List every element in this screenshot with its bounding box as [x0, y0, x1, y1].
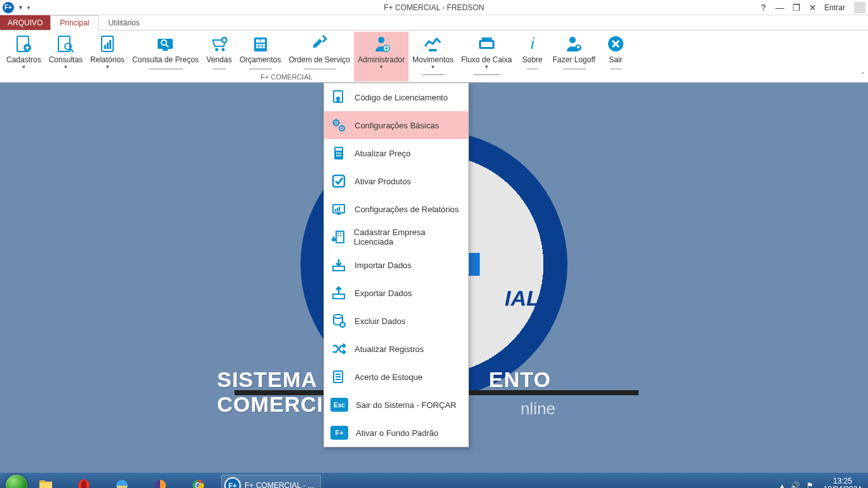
ribbon-movimentos[interactable]: Movimentos▼------------	[409, 32, 458, 81]
taskbar-opera-icon[interactable]	[69, 474, 99, 488]
svg-rect-6	[104, 45, 106, 49]
svg-rect-71	[39, 480, 45, 483]
avatar-icon[interactable]	[854, 2, 865, 13]
svg-point-50	[336, 155, 337, 156]
help-button[interactable]: ?	[758, 3, 768, 13]
chevron-down-icon: ▼	[105, 64, 110, 70]
svg-text:$: $	[259, 39, 261, 43]
start-button[interactable]	[3, 474, 31, 488]
ribbon-consultas[interactable]: Consultas▼	[45, 32, 86, 81]
ribbon-sair[interactable]: Sair------	[599, 32, 632, 81]
administrador-dropdown: Código de LicenciamentoConfigurações Bás…	[323, 83, 469, 447]
fplus-icon: F+	[330, 426, 348, 440]
tab-arquivo[interactable]: ARQUIVO	[0, 15, 50, 30]
ribbon-cadastros[interactable]: Cadastros▼	[3, 32, 45, 81]
menu-item-c-digo-de-licenciamento[interactable]: Código de Licenciamento	[324, 83, 468, 111]
svg-rect-61	[340, 233, 341, 234]
ribbon-label: Administrador	[358, 56, 405, 64]
ribbon-label: Fazer Logoff	[553, 56, 595, 64]
ribbon-vendas[interactable]: Vendas-------	[203, 32, 236, 81]
tray-action-center-icon[interactable]: ⚑	[806, 481, 813, 488]
svg-rect-63	[340, 235, 341, 236]
logo-text-fragment: IAL	[505, 286, 539, 311]
sobre-icon: i	[520, 33, 545, 55]
menu-item-configura-es-b-sicas[interactable]: Configurações Básicas	[324, 111, 468, 139]
qat-dropdown-icon-2[interactable]: ▾	[27, 4, 31, 11]
vendas-icon	[207, 33, 232, 55]
svg-point-14	[221, 48, 224, 51]
menu-item-atualizar-registros[interactable]: Atualizar Registros	[324, 335, 468, 363]
ribbon-sobre[interactable]: iSobre------	[516, 32, 549, 81]
relatorios-icon	[95, 33, 120, 55]
esc-icon: Esc	[330, 398, 348, 412]
svg-rect-8	[109, 40, 111, 49]
menu-item-sair-do-sistema-for-ar[interactable]: EscSair do Sistema - FORÇAR	[324, 391, 468, 419]
app-logo-icon: F+	[3, 2, 14, 13]
menu-item-exportar-dados[interactable]: Exportar Dados	[324, 279, 468, 307]
ribbon-label: Sair	[609, 56, 622, 64]
svg-rect-24	[262, 46, 265, 48]
minimize-button[interactable]: —	[775, 3, 785, 13]
svg-rect-66	[333, 294, 344, 299]
ribbon-fluxo-de-caixa[interactable]: Fluxo de Caixa▼--------------	[458, 32, 516, 81]
chevron-down-icon: ▼	[430, 64, 435, 70]
qat-dropdown-icon[interactable]: ▼	[18, 4, 24, 11]
restore-button[interactable]: ❐	[791, 3, 801, 13]
sair-icon	[603, 33, 628, 55]
close-button[interactable]: ✕	[808, 3, 818, 13]
svg-point-49	[340, 152, 341, 154]
tab-principal[interactable]: Principal	[50, 15, 98, 30]
svg-point-48	[338, 152, 339, 154]
menu-item-cadastrar-empresa-licenciada[interactable]: Cadastrar Empresa Licenciada	[324, 223, 468, 251]
workspace: IAL SISTEMA ENTO COMERCIAL nline Código …	[0, 83, 868, 473]
ribbon-relat-rios[interactable]: Relatórios▼	[86, 32, 128, 81]
taskbar-app-logo-icon: F+	[224, 477, 241, 488]
export-icon	[330, 285, 347, 301]
svg-line-4	[71, 49, 74, 52]
tab-utilitarios[interactable]: Utilitários	[98, 15, 149, 30]
quick-access-toolbar: F+ ▼ ▾	[0, 2, 31, 13]
consultas-icon	[53, 33, 78, 55]
svg-point-51	[338, 155, 339, 156]
chevron-down-icon: ▼	[484, 64, 489, 70]
taskbar-firefox-icon[interactable]	[145, 474, 175, 488]
bg-subtitle-right: nline	[520, 399, 555, 418]
taskbar-explorer-icon[interactable]	[31, 474, 61, 488]
cert-icon	[330, 89, 347, 105]
windows-orb-icon	[6, 475, 27, 488]
cadastros-icon	[11, 33, 36, 55]
menu-item-label: Importar Dados	[355, 261, 412, 270]
admin-icon	[369, 33, 394, 55]
logoff-icon	[561, 33, 587, 55]
ribbon-administrador[interactable]: Administrador▼	[354, 32, 409, 81]
menu-item-label: Sair do Sistema - FORÇAR	[356, 400, 456, 410]
menu-item-label: Excluir Dados	[355, 316, 405, 326]
menu-item-configura-es-de-relat-rios[interactable]: Configurações de Relatórios	[324, 195, 468, 223]
menu-item-atualizar-pre-o[interactable]: Atualizar Preço	[324, 139, 468, 167]
tray-clock[interactable]: 13:25 10/04/2024	[820, 477, 865, 488]
signin-label[interactable]: Entrar	[824, 3, 845, 12]
system-tray: ▴ 🔊 ⚑ 13:25 10/04/2024	[780, 477, 865, 488]
svg-point-64	[332, 238, 336, 241]
menu-item-acerto-de-estoque[interactable]: Acerto de Estoque	[324, 363, 468, 391]
ribbon-collapse-icon[interactable]: ˆ	[862, 72, 864, 81]
svg-rect-19	[256, 44, 259, 46]
menu-item-label: Acerto de Estoque	[355, 372, 423, 382]
chevron-down-icon: ▼	[379, 64, 384, 70]
tray-overflow-icon[interactable]: ▴	[780, 482, 784, 489]
ribbon-fazer-logoff[interactable]: Fazer Logoff------------	[549, 32, 599, 81]
svg-point-52	[340, 155, 341, 156]
ribbon-consulta-de-pre-os[interactable]: Consulta de Preços------------------	[128, 32, 203, 81]
svg-rect-46	[336, 148, 342, 151]
ribbon-separator: ------------	[421, 70, 444, 79]
taskbar-ie-icon[interactable]	[107, 474, 137, 488]
menu-item-excluir-dados[interactable]: Excluir Dados	[324, 307, 468, 335]
taskbar-chrome-icon[interactable]	[183, 474, 214, 488]
menu-item-ativar-o-fundo-padr-o[interactable]: F+Ativar o Fundo Padrão	[324, 419, 468, 447]
menu-item-ativar-produtos[interactable]: Ativar Produtos	[324, 167, 468, 195]
svg-rect-53	[333, 175, 344, 187]
taskbar-app-button[interactable]: F+ F+ COMERCIAL - ...	[221, 475, 321, 488]
menu-item-importar-dados[interactable]: Importar Dados	[324, 251, 468, 279]
ribbon-label: Movimentos	[412, 56, 454, 64]
tray-volume-icon[interactable]: 🔊	[790, 481, 800, 488]
